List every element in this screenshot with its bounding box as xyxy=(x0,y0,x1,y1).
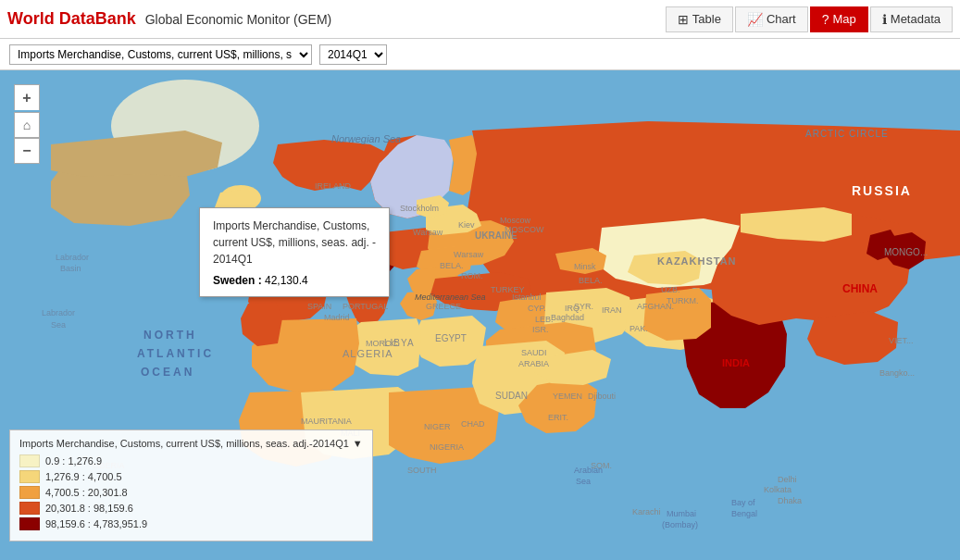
svg-text:Mediterranean Sea: Mediterranean Sea xyxy=(415,292,486,302)
svg-text:Basin: Basin xyxy=(60,264,81,273)
svg-text:IRELAND: IRELAND xyxy=(315,181,352,191)
tooltip-description: Imports Merchandise, Customs, current US… xyxy=(213,218,376,268)
app-subtitle: Global Economic Monitor (GEM) xyxy=(145,12,656,27)
svg-text:ARABIA: ARABIA xyxy=(518,359,549,368)
zoom-out-button[interactable]: − xyxy=(14,138,40,164)
svg-text:RUSSIA: RUSSIA xyxy=(852,183,912,198)
legend-item: 98,159.6 : 4,783,951.9 xyxy=(19,517,363,530)
svg-text:MOROC.: MOROC. xyxy=(366,339,400,348)
svg-text:Stockholm: Stockholm xyxy=(400,204,439,213)
tooltip-country: Sweden : xyxy=(213,274,265,287)
zoom-in-button[interactable]: + xyxy=(14,84,40,110)
svg-text:EGYPT: EGYPT xyxy=(435,333,467,343)
map-legend: Imports Merchandise, Customs, current US… xyxy=(9,429,373,541)
svg-text:NORTH: NORTH xyxy=(143,329,197,342)
svg-text:(Bombay): (Bombay) xyxy=(662,520,698,529)
table-button[interactable]: ⊞ Table xyxy=(666,6,733,32)
legend-label-1: 1,276.9 : 4,700.5 xyxy=(45,471,122,482)
svg-text:Warsaw: Warsaw xyxy=(454,250,484,259)
map-icon: ? xyxy=(822,12,829,27)
svg-text:BELA.: BELA. xyxy=(440,261,464,270)
svg-text:Mumbai: Mumbai xyxy=(667,509,696,518)
svg-text:ERIT.: ERIT. xyxy=(548,413,568,422)
svg-text:ROM.: ROM. xyxy=(461,271,483,280)
period-select[interactable]: 2014Q1 xyxy=(319,44,387,65)
svg-text:TURKM.: TURKM. xyxy=(667,296,699,305)
svg-text:Labrador: Labrador xyxy=(56,253,89,262)
svg-text:TURKEY: TURKEY xyxy=(491,285,525,294)
svg-text:GREECE: GREECE xyxy=(426,302,461,311)
svg-text:MAURITANIA: MAURITANIA xyxy=(301,417,352,426)
chart-label: Chart xyxy=(767,12,796,26)
svg-text:CHAD: CHAD xyxy=(461,419,485,429)
svg-text:Delhi: Delhi xyxy=(778,475,797,484)
map-button[interactable]: ? Map xyxy=(810,6,868,32)
legend-swatch-0 xyxy=(19,454,40,467)
legend-item: 4,700.5 : 20,301.8 xyxy=(19,486,363,499)
legend-item: 1,276.9 : 4,700.5 xyxy=(19,470,363,483)
svg-text:YEMEN: YEMEN xyxy=(553,392,582,401)
svg-text:Sea: Sea xyxy=(576,477,591,486)
svg-text:CYP.: CYP. xyxy=(528,304,546,313)
svg-text:Warsaw: Warsaw xyxy=(413,228,443,237)
svg-text:Minsk: Minsk xyxy=(574,262,596,271)
svg-text:SOUTH: SOUTH xyxy=(407,466,437,475)
metadata-button[interactable]: ℹ Metadata xyxy=(870,6,953,32)
svg-text:Bangko...: Bangko... xyxy=(879,368,915,378)
svg-text:BELA.: BELA. xyxy=(579,276,603,285)
svg-text:ARCTIC CIRCLE: ARCTIC CIRCLE xyxy=(805,129,889,139)
svg-text:ATLANTIC: ATLANTIC xyxy=(137,347,214,360)
svg-text:MONGO...: MONGO... xyxy=(884,247,928,257)
legend-swatch-2 xyxy=(19,486,40,499)
legend-label-2: 4,700.5 : 20,301.8 xyxy=(45,487,128,498)
legend-swatch-3 xyxy=(19,502,40,515)
metadata-label: Metadata xyxy=(891,12,941,26)
svg-text:SUDAN: SUDAN xyxy=(495,391,528,401)
svg-text:Karachi: Karachi xyxy=(632,507,661,516)
map-container[interactable]: RUSSIA NORTH ATLANTIC OCEAN Norwegian Se… xyxy=(0,70,960,560)
svg-text:NIGER: NIGER xyxy=(424,422,451,431)
legend-swatch-4 xyxy=(19,517,40,530)
legend-swatch-1 xyxy=(19,470,40,483)
svg-text:SAUDI: SAUDI xyxy=(521,348,547,357)
legend-item: 0.9 : 1,276.9 xyxy=(19,454,363,467)
svg-text:Baghdad: Baghdad xyxy=(551,313,584,322)
map-label: Map xyxy=(833,12,856,26)
svg-text:ALGERIA: ALGERIA xyxy=(343,348,393,359)
chart-icon: 📈 xyxy=(747,12,763,27)
svg-text:NIGERIA: NIGERIA xyxy=(430,442,464,452)
map-tooltip: Imports Merchandise, Customs, current US… xyxy=(199,207,390,297)
table-icon: ⊞ xyxy=(678,12,689,27)
svg-text:Djibouti: Djibouti xyxy=(588,392,616,401)
legend-label-0: 0.9 : 1,276.9 xyxy=(45,455,102,467)
svg-text:PAK.: PAK. xyxy=(630,324,648,333)
svg-text:UZB.: UZB. xyxy=(661,285,680,294)
indicator-select[interactable]: Imports Merchandise, Customs, current US… xyxy=(9,44,312,65)
metadata-icon: ℹ xyxy=(882,12,887,27)
svg-text:SOM.: SOM. xyxy=(591,461,612,470)
svg-text:Kolkata: Kolkata xyxy=(764,485,792,494)
app-header: World DataBank Global Economic Monitor (… xyxy=(0,0,960,39)
svg-text:Moscow: Moscow xyxy=(500,216,531,225)
legend-title: Imports Merchandise, Customs, current US… xyxy=(19,438,363,449)
tooltip-value: 42,130.4 xyxy=(265,274,308,287)
legend-toggle-icon[interactable]: ▼ xyxy=(353,438,363,449)
svg-text:Bengal: Bengal xyxy=(731,509,757,518)
svg-text:KAZAKHSTAN: KAZAKHSTAN xyxy=(657,255,737,267)
svg-text:VIET...: VIET... xyxy=(889,336,914,345)
svg-text:Bay of: Bay of xyxy=(731,498,755,507)
svg-text:CHINA: CHINA xyxy=(842,282,878,295)
table-label: Table xyxy=(692,12,721,26)
legend-item: 20,301.8 : 98,159.6 xyxy=(19,502,363,515)
nav-toolbar: ⊞ Table 📈 Chart ? Map ℹ Metadata xyxy=(666,6,953,32)
svg-text:Norwegian Sea: Norwegian Sea xyxy=(331,133,401,144)
svg-text:ISR.: ISR. xyxy=(532,325,549,334)
chart-button[interactable]: 📈 Chart xyxy=(735,6,808,32)
svg-text:IRQ.: IRQ. xyxy=(565,304,582,313)
svg-text:INDIA: INDIA xyxy=(722,357,750,368)
svg-text:Labrador: Labrador xyxy=(42,308,75,317)
svg-text:Sea: Sea xyxy=(51,320,66,330)
legend-label-4: 98,159.6 : 4,783,951.9 xyxy=(45,518,147,529)
zoom-home-button[interactable]: ⌂ xyxy=(14,112,40,138)
brand-title: World DataBank xyxy=(7,9,136,29)
